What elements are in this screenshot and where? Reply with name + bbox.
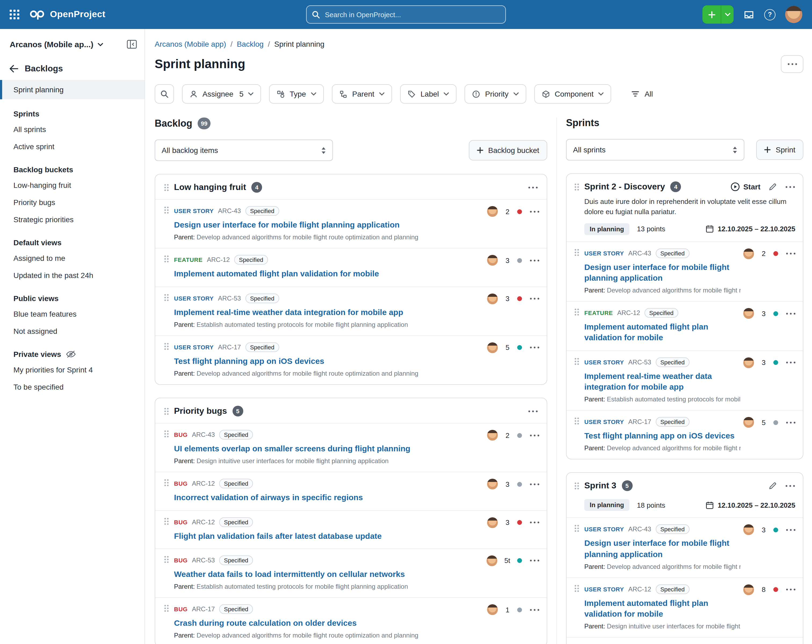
item-more-icon[interactable]: [529, 483, 540, 486]
assignee-avatar[interactable]: [487, 517, 498, 528]
help-icon[interactable]: ?: [764, 9, 775, 20]
item-more-icon[interactable]: [785, 588, 796, 591]
work-item-row[interactable]: USER STORY ARC-43 Specified Design user …: [566, 518, 803, 577]
assignee-avatar[interactable]: [743, 525, 754, 535]
status-badge[interactable]: Specified: [644, 308, 679, 318]
drag-handle-icon[interactable]: [164, 206, 169, 214]
work-item-title-link[interactable]: Test flight planning app on iOS devices: [584, 431, 740, 442]
status-badge[interactable]: Specified: [234, 255, 268, 265]
page-more-button[interactable]: [781, 55, 803, 73]
item-more-icon[interactable]: [529, 259, 540, 262]
sidebar-item-active-sprint[interactable]: Active sprint: [0, 138, 145, 155]
drag-handle-icon[interactable]: [574, 525, 579, 533]
status-badge[interactable]: Specified: [245, 206, 279, 216]
sprint-more-icon[interactable]: [785, 186, 795, 188]
status-badge[interactable]: Specified: [219, 556, 253, 565]
sidebar-item-strategic-priorities[interactable]: Strategic priorities: [0, 211, 145, 228]
drag-handle-icon[interactable]: [574, 357, 579, 365]
work-item-row[interactable]: USER STORY ARC-53 Specified Implement re…: [155, 286, 547, 335]
assignee-avatar[interactable]: [743, 248, 754, 259]
work-item-title-link[interactable]: Design user interface for mobile flight …: [174, 219, 462, 230]
drag-handle-icon[interactable]: [574, 482, 579, 490]
filter-priority[interactable]: Priority: [465, 84, 526, 104]
status-badge[interactable]: Specified: [219, 430, 253, 440]
filter-assignee[interactable]: Assignee 5: [182, 84, 261, 104]
assignee-avatar[interactable]: [487, 604, 498, 615]
status-badge[interactable]: Specified: [245, 293, 279, 303]
global-search-input[interactable]: [306, 5, 506, 24]
work-item-row[interactable]: BUG ARC-12 Specified Incorrect validatio…: [155, 472, 547, 510]
work-item-title-link[interactable]: Implement automated flight plan validati…: [584, 598, 740, 620]
filter-parent[interactable]: Parent: [332, 84, 392, 104]
bucket-more-icon[interactable]: [527, 186, 538, 189]
assignee-avatar[interactable]: [487, 206, 498, 217]
work-item-title-link[interactable]: UI elements overlap on smaller screens d…: [174, 443, 462, 454]
item-more-icon[interactable]: [785, 312, 796, 315]
sidebar-item-not-assigned[interactable]: Not assigned: [0, 323, 145, 340]
project-chevron-down-icon[interactable]: [98, 43, 103, 46]
assignee-avatar[interactable]: [487, 479, 498, 490]
sprints-view-select[interactable]: All sprints: [566, 139, 744, 160]
work-item-row[interactable]: BUG ARC-53 Specified Weather data fails …: [155, 548, 547, 598]
work-item-row[interactable]: USER STORY ARC-43 Specified Design user …: [155, 199, 547, 248]
assignee-avatar[interactable]: [743, 308, 754, 319]
assignee-avatar[interactable]: [743, 585, 754, 595]
status-badge[interactable]: Specified: [245, 343, 279, 352]
status-badge[interactable]: Specified: [219, 517, 253, 527]
assignee-avatar[interactable]: [487, 255, 498, 266]
drag-handle-icon[interactable]: [164, 293, 169, 301]
item-more-icon[interactable]: [529, 521, 540, 524]
item-more-icon[interactable]: [529, 297, 540, 300]
work-item-title-link[interactable]: Design user interface for mobile flight …: [584, 262, 740, 283]
sidebar-item-low-hanging-fruit[interactable]: Low-hanging fruit: [0, 177, 145, 194]
start-sprint-button[interactable]: Start: [730, 182, 760, 192]
work-item-title-link[interactable]: Flight plan validation fails after lates…: [174, 530, 462, 542]
work-item-title-link[interactable]: Test flight planning app on iOS devices: [174, 356, 462, 367]
apps-grid-icon[interactable]: [10, 10, 19, 19]
work-item-row[interactable]: USER STORY ARC-43 Specified Design user …: [566, 241, 803, 301]
sidebar-item-my-priorities-sprint-4[interactable]: My priorities for Sprint 4: [0, 361, 145, 378]
add-sprint-button[interactable]: Sprint: [756, 140, 803, 160]
breadcrumb-backlog-link[interactable]: Backlog: [237, 40, 264, 48]
item-more-icon[interactable]: [529, 346, 540, 349]
status-badge[interactable]: Specified: [655, 525, 690, 534]
drag-handle-icon[interactable]: [164, 556, 169, 563]
drag-handle-icon[interactable]: [164, 407, 169, 415]
work-item-row[interactable]: USER STORY ARC-53 Specified Implement re…: [566, 350, 803, 410]
sidebar-item-to-be-specified[interactable]: To be specified: [0, 378, 145, 396]
work-item-row[interactable]: BUG ARC-17 Specified Crash during route …: [155, 597, 547, 644]
drag-handle-icon[interactable]: [574, 183, 579, 191]
drag-handle-icon[interactable]: [164, 255, 169, 263]
edit-sprint-button[interactable]: [768, 482, 777, 490]
notifications-inbox-icon[interactable]: [743, 9, 754, 20]
item-more-icon[interactable]: [529, 608, 540, 611]
drag-handle-icon[interactable]: [164, 604, 169, 612]
work-item-title-link[interactable]: Crash during route calculation on older …: [174, 618, 462, 629]
work-item-title-link[interactable]: Incorrect validation of airways in speci…: [174, 492, 462, 503]
bucket-more-icon[interactable]: [527, 410, 538, 413]
collapse-sidebar-icon[interactable]: [127, 40, 137, 49]
plus-icon[interactable]: [702, 5, 721, 24]
status-badge[interactable]: Specified: [655, 248, 690, 258]
back-arrow-icon[interactable]: [10, 65, 18, 72]
assignee-avatar[interactable]: [487, 343, 498, 353]
assignee-avatar[interactable]: [743, 357, 754, 368]
work-item-row[interactable]: USER STORY ARC-53 Specified Implement re…: [566, 637, 803, 644]
backlogs-back[interactable]: Backlogs: [0, 49, 145, 80]
item-more-icon[interactable]: [529, 434, 540, 437]
work-item-title-link[interactable]: Implement automated flight plan validati…: [584, 321, 740, 343]
drag-handle-icon[interactable]: [164, 430, 169, 438]
filter-component[interactable]: Component: [534, 84, 611, 104]
filter-search-button[interactable]: [155, 84, 174, 104]
work-item-title-link[interactable]: Weather data fails to load intermittentl…: [174, 569, 462, 580]
status-badge[interactable]: Specified: [655, 585, 690, 594]
sidebar-item-assigned-to-me[interactable]: Assigned to me: [0, 250, 145, 267]
item-more-icon[interactable]: [785, 528, 796, 531]
assignee-avatar[interactable]: [487, 293, 498, 304]
assignee-avatar[interactable]: [743, 417, 754, 428]
work-item-row[interactable]: FEATURE ARC-12 Specified Implement autom…: [566, 301, 803, 350]
drag-handle-icon[interactable]: [574, 585, 579, 592]
filter-type[interactable]: Type: [269, 84, 324, 104]
work-item-title-link[interactable]: Implement automated flight plan validati…: [174, 269, 462, 280]
item-more-icon[interactable]: [785, 361, 796, 364]
